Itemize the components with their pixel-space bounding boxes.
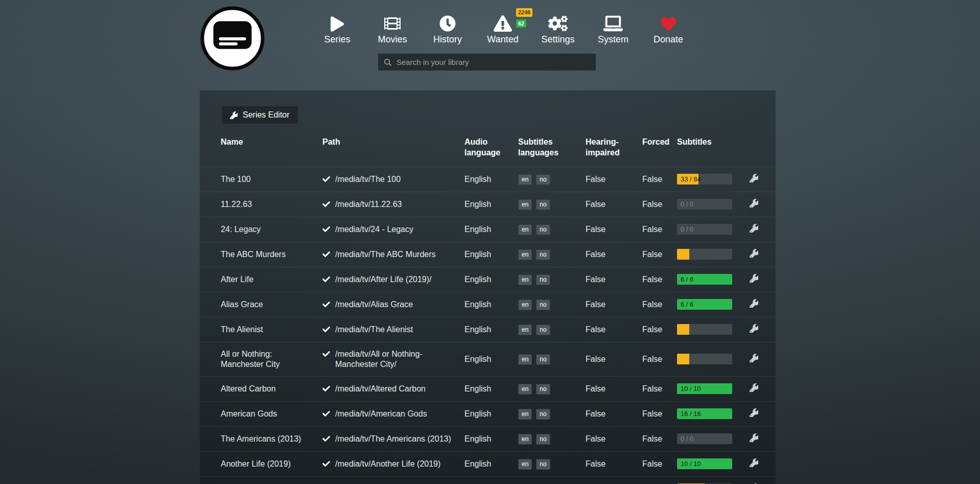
- language-badge: no: [536, 299, 550, 310]
- hearing-impaired-value: False: [586, 477, 642, 484]
- forced-value: False: [642, 318, 677, 341]
- table-row: A.P. Bio/media/tv/A.P. BIO/EnglishennoFa…: [200, 476, 776, 484]
- bazarr-logo[interactable]: [200, 6, 265, 71]
- search-icon: [384, 59, 391, 66]
- series-name[interactable]: The Americans (2013): [221, 427, 322, 451]
- language-badge: no: [536, 274, 550, 285]
- series-path: /media/tv/24 - Legacy: [322, 218, 464, 241]
- subtitles-progress-bar: 10 / 10: [677, 458, 732, 469]
- series-name[interactable]: Another Life (2019): [221, 452, 322, 476]
- series-path-text: /media/tv/Altered Carbon: [335, 384, 426, 394]
- subtitles-languages: enno: [518, 427, 586, 451]
- path-ok-check-icon: [322, 435, 330, 443]
- search-bar: [378, 53, 596, 71]
- header-hearing-impaired: Hearing-impaired: [586, 137, 642, 158]
- nav-label-system: System: [598, 34, 628, 45]
- header-path: Path: [322, 137, 464, 158]
- subtitles-progress-label: 0 / 0: [681, 224, 693, 235]
- nav-item-series[interactable]: Series: [310, 13, 365, 45]
- path-ok-check-icon: [322, 460, 330, 468]
- edit-series-wrench-icon[interactable]: [750, 324, 758, 333]
- edit-series-wrench-icon[interactable]: [750, 433, 758, 442]
- subtitles-progress-cell: 6 / 6: [677, 292, 747, 316]
- series-name[interactable]: Alias Grace: [221, 293, 322, 316]
- nav-item-wanted[interactable]: 2246 62 Wanted: [475, 13, 530, 45]
- series-path: /media/tv/Altered Carbon: [322, 377, 464, 401]
- nav-item-donate[interactable]: Donate: [641, 13, 696, 45]
- edit-series-wrench-icon[interactable]: [750, 458, 758, 467]
- edit-series-wrench-icon[interactable]: [750, 199, 758, 208]
- table-row: The ABC Murders/media/tv/The ABC Murders…: [200, 242, 776, 267]
- table-body: The 100/media/tv/The 100EnglishennoFalse…: [200, 167, 776, 484]
- row-actions: [747, 217, 758, 242]
- series-path-text: /media/tv/After Life (2019)/: [335, 274, 432, 285]
- subtitles-languages: enno: [518, 477, 586, 484]
- hearing-impaired-value: False: [586, 243, 642, 266]
- language-badge: en: [518, 174, 532, 185]
- subtitles-progress-label: 6 / 6: [681, 299, 693, 310]
- forced-value: False: [642, 193, 677, 216]
- language-badge: en: [518, 274, 532, 285]
- clock-icon: [439, 13, 456, 32]
- subtitles-progress-cell: 0 / 0: [677, 427, 747, 451]
- language-badge: en: [518, 384, 532, 395]
- header-name: Name: [221, 137, 322, 158]
- series-path: /media/tv/A.P. BIO/: [322, 477, 464, 484]
- subtitles-languages: enno: [518, 167, 586, 192]
- series-path: /media/tv/Another Life (2019): [322, 452, 464, 476]
- subtitles-progress-cell: [677, 317, 747, 341]
- forced-value: False: [642, 268, 677, 291]
- subtitles-progress-cell: 10 / 10: [677, 452, 747, 476]
- nav-item-settings[interactable]: Settings: [530, 13, 586, 45]
- subtitles-progress-label: 6 / 6: [681, 274, 693, 285]
- audio-language: English: [464, 452, 518, 476]
- series-name[interactable]: 11.22.63: [221, 193, 322, 216]
- forced-value: False: [642, 293, 677, 316]
- series-name[interactable]: Altered Carbon: [221, 377, 322, 401]
- nav-item-movies[interactable]: Movies: [365, 13, 420, 45]
- edit-series-wrench-icon[interactable]: [750, 383, 758, 392]
- path-ok-check-icon: [322, 225, 330, 233]
- hearing-impaired-value: False: [586, 318, 642, 341]
- language-badge: en: [518, 434, 532, 445]
- series-name[interactable]: After Life: [221, 268, 322, 291]
- nav-item-history[interactable]: History: [420, 13, 475, 45]
- edit-series-wrench-icon[interactable]: [750, 408, 758, 417]
- warning-icon: [494, 13, 512, 32]
- series-name[interactable]: The ABC Murders: [221, 243, 322, 266]
- series-path: /media/tv/The Alienist: [322, 318, 464, 341]
- subtitles-progress-bar: 0 / 0: [677, 224, 732, 235]
- table-row: Another Life (2019)/media/tv/Another Lif…: [200, 451, 776, 476]
- series-name[interactable]: 24: Legacy: [221, 218, 322, 241]
- series-path: /media/tv/The Americans (2013): [322, 427, 464, 451]
- search-input[interactable]: [396, 58, 590, 66]
- language-badge: en: [518, 354, 532, 365]
- edit-series-wrench-icon[interactable]: [750, 354, 758, 362]
- subtitles-progress-bar: 33 / 84: [677, 174, 732, 185]
- edit-series-wrench-icon[interactable]: [750, 274, 758, 283]
- edit-series-wrench-icon[interactable]: [750, 174, 758, 182]
- edit-series-wrench-icon[interactable]: [750, 249, 758, 258]
- edit-series-wrench-icon[interactable]: [750, 299, 758, 308]
- audio-language: English: [464, 218, 518, 241]
- subtitles-progress-bar: 0 / 0: [677, 433, 732, 444]
- series-name[interactable]: American Gods: [221, 402, 322, 426]
- path-ok-check-icon: [322, 326, 330, 333]
- series-name[interactable]: All or Nothing: Manchester City: [221, 342, 322, 376]
- series-path-text: /media/tv/The Alienist: [335, 325, 413, 335]
- forced-value: False: [642, 168, 677, 191]
- series-name[interactable]: The 100: [221, 168, 322, 191]
- subtitles-progress-label: 10 / 10: [681, 384, 701, 394]
- nav-item-system[interactable]: System: [586, 13, 641, 45]
- series-name[interactable]: The Alienist: [221, 318, 322, 341]
- forced-value: False: [642, 243, 677, 266]
- series-path-text: /media/tv/The Americans (2013): [335, 434, 451, 444]
- heart-icon: [660, 13, 677, 32]
- row-actions: [747, 427, 758, 451]
- table-row: The Americans (2013)/media/tv/The Americ…: [200, 426, 776, 451]
- series-editor-button[interactable]: Series Editor: [222, 106, 298, 124]
- forced-value: False: [642, 452, 677, 476]
- series-panel: Series Editor Name Path Audio language S…: [200, 90, 776, 484]
- series-name[interactable]: A.P. Bio: [221, 477, 322, 484]
- edit-series-wrench-icon[interactable]: [750, 224, 758, 233]
